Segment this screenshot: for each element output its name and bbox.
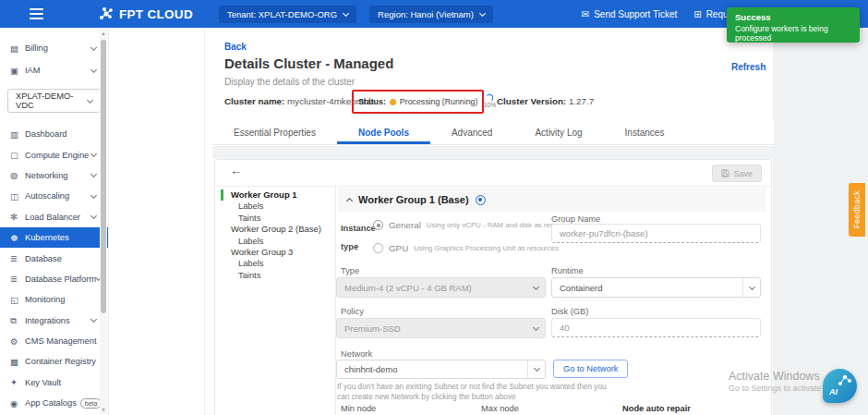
sidebar-item-app-catalogs[interactable]: ◉ App Catalogs beta xyxy=(0,393,108,413)
sidebar-scrollbar[interactable]: ▲ ▼ xyxy=(100,29,107,414)
cluster-status-box: Status: Processing (Running) 10% xyxy=(352,90,484,114)
scroll-up-icon[interactable]: ▲ xyxy=(101,31,106,36)
chevron-down-icon xyxy=(90,66,97,72)
tree-item-labels[interactable]: Labels xyxy=(221,201,333,212)
send-support-ticket-button[interactable]: ✉ Send Support Ticket xyxy=(582,9,677,19)
radio-general[interactable]: General Using only vCPU - RAM and disk a… xyxy=(373,220,575,230)
go-to-network-button[interactable]: Go to Network xyxy=(553,360,628,378)
sidebar-item-cms-management[interactable]: ⚙ CMS Management xyxy=(0,331,108,351)
tab-instances[interactable]: Instances xyxy=(604,122,686,144)
cluster-version-value: 1.27.7 xyxy=(569,96,594,106)
tree-item-taints[interactable]: Taints xyxy=(221,270,333,281)
sidebar-item-key-vault[interactable]: ✦ Key Vault xyxy=(0,372,108,393)
tree-item-taints[interactable]: Taints xyxy=(221,213,333,224)
sidebar-item-kubernetes[interactable]: ☸ Kubernetes xyxy=(0,227,108,248)
runtime-select[interactable]: Containerd xyxy=(551,277,761,298)
tab-advanced[interactable]: Advanced xyxy=(430,122,513,144)
app-catalogs-icon: ◉ xyxy=(10,398,25,409)
sidebar-item-label: App Catalogs xyxy=(25,398,77,408)
sidebar-item-database-platform[interactable]: ≣ Database Platform xyxy=(0,269,108,289)
vdc-selector[interactable]: XPLAT-DEMO-VDC xyxy=(7,89,101,113)
max-node-label: Max node xyxy=(481,404,519,413)
chevron-down-icon xyxy=(533,323,539,330)
sidebar-item-billing[interactable]: ▤ Billing xyxy=(0,37,108,59)
scrollbar-thumb[interactable] xyxy=(101,40,106,313)
container-registry-icon: ▩ xyxy=(10,357,25,367)
menu-icon[interactable] xyxy=(30,6,43,22)
min-node-label: Min node xyxy=(341,404,376,413)
sidebar-item-iam[interactable]: ▣ IAM xyxy=(0,59,108,81)
tree-item-worker-group-1[interactable]: Worker Group 1 xyxy=(221,189,333,201)
group-name-input[interactable]: worker-pu7dfcri-(base) xyxy=(551,224,761,243)
sidebar-item-label: CMS Management xyxy=(25,336,97,346)
cluster-version: Cluster Version: 1.27.7 xyxy=(497,96,594,106)
sidebar-item-container-registry[interactable]: ▩ Container Registry xyxy=(0,351,108,372)
chevron-down-icon xyxy=(87,96,93,103)
beta-badge: beta xyxy=(80,398,102,409)
sidebar-item-label: Autoscaling xyxy=(25,191,69,201)
success-toast[interactable]: Success Configure workers is being proce… xyxy=(727,7,860,43)
sidebar-item-database[interactable]: ≣ Database xyxy=(0,248,108,268)
disk-input[interactable]: 40 xyxy=(551,318,761,337)
main-content: Back Details Cluster - Managed Display t… xyxy=(109,28,868,415)
radio-checked-icon[interactable] xyxy=(373,220,383,230)
scroll-down-icon[interactable]: ▼ xyxy=(101,407,106,412)
sidebar-item-compute-engine[interactable]: ▢ Compute Engine xyxy=(0,144,108,165)
back-link[interactable]: Back xyxy=(224,42,247,52)
compute-engine-icon: ▢ xyxy=(10,150,25,160)
sidebar-item-monitoring[interactable]: ◱ Monitoring xyxy=(0,289,108,310)
type-select[interactable]: Medium-4 (2 vCPU - 4 GB RAM) xyxy=(336,277,546,298)
refresh-button[interactable]: Refresh xyxy=(731,62,766,72)
sidebar-item-label: Container Registry xyxy=(25,357,96,366)
type-select-value: Medium-4 (2 vCPU - 4 GB RAM) xyxy=(337,283,527,293)
chevron-down-icon xyxy=(90,171,97,177)
spinner-icon xyxy=(486,94,493,102)
page-subtitle: Display the details of the cluster xyxy=(224,77,355,87)
radio-unchecked-icon[interactable] xyxy=(373,243,383,253)
vdc-selector-value: XPLAT-DEMO-VDC xyxy=(16,92,88,110)
tenant-selector[interactable]: Tenant: XPLAT-DEMO-ORG xyxy=(219,6,356,23)
feedback-tab[interactable]: Feedback xyxy=(849,183,865,237)
policy-select[interactable]: Premium-SSD xyxy=(336,318,546,338)
database-platform-icon: ≣ xyxy=(10,274,25,284)
node-pools-panel: ← Save Worker Group 1 Labels Taints Work… xyxy=(214,159,772,415)
kubernetes-icon: ☸ xyxy=(10,233,25,243)
tree-item-labels[interactable]: Labels xyxy=(221,258,333,269)
sidebar: ▤ Billing ▣ IAM XPLAT-DEMO-VDC ▥ Dashboa… xyxy=(0,28,109,415)
app-window: FPT CLOUD Tenant: XPLAT-DEMO-ORG Region:… xyxy=(0,0,868,415)
molecule-icon xyxy=(837,372,853,387)
tree-item-worker-group-2[interactable]: Worker Group 2 (Base) xyxy=(221,224,333,235)
ai-label: AI xyxy=(829,387,838,397)
network-select[interactable]: chinhnt-demo xyxy=(336,360,546,379)
sidebar-item-label: Integrations xyxy=(25,316,70,325)
sidebar-item-autoscaling[interactable]: ◫ Autoscaling xyxy=(0,186,108,206)
region-selector[interactable]: Region: Hanoi (Vietnam) xyxy=(369,6,493,23)
save-button[interactable]: Save xyxy=(712,165,762,182)
tab-essential-properties[interactable]: Essential Properties xyxy=(212,122,337,144)
ticket-icon: ✉ xyxy=(582,9,589,19)
collapse-icon[interactable] xyxy=(346,198,353,204)
radio-gpu[interactable]: GPU Using Graphics Processing Unit as re… xyxy=(373,243,559,253)
policy-label: Policy xyxy=(341,307,364,316)
sidebar-item-label: Database Platform xyxy=(25,275,96,284)
cluster-version-label: Cluster Version: xyxy=(497,96,566,106)
sidebar-item-dashboard[interactable]: ▥ Dashboard xyxy=(0,124,108,144)
worker-group-header[interactable]: Worker Group 1 (Base) xyxy=(338,188,766,212)
sidebar-item-label: Dashboard xyxy=(25,129,66,139)
tab-activity-log[interactable]: Activity Log xyxy=(513,122,603,144)
content-divider xyxy=(204,28,205,415)
gear-icon: ⚙ xyxy=(10,336,25,347)
sidebar-item-load-balancer[interactable]: ✻ Load Balancer xyxy=(0,207,108,227)
sidebar-item-integrations[interactable]: ⧉ Integrations xyxy=(0,311,108,331)
sidebar-item-networking[interactable]: ◍ Networking xyxy=(0,165,108,186)
panel-back-arrow-icon[interactable]: ← xyxy=(230,164,242,177)
runtime-select-value: Containerd xyxy=(552,283,742,293)
brand-logo[interactable]: FPT CLOUD xyxy=(99,6,193,21)
tab-node-pools[interactable]: Node Pools xyxy=(337,122,430,144)
tree-item-labels[interactable]: Labels xyxy=(221,236,333,247)
toast-title: Success xyxy=(735,12,851,22)
grid-plus-icon: ⊞ xyxy=(693,9,701,19)
ai-assistant-bubble[interactable]: AI xyxy=(823,369,857,403)
status-value: Processing (Running) xyxy=(400,97,478,106)
tree-item-worker-group-3[interactable]: Worker Group 3 xyxy=(221,247,333,258)
